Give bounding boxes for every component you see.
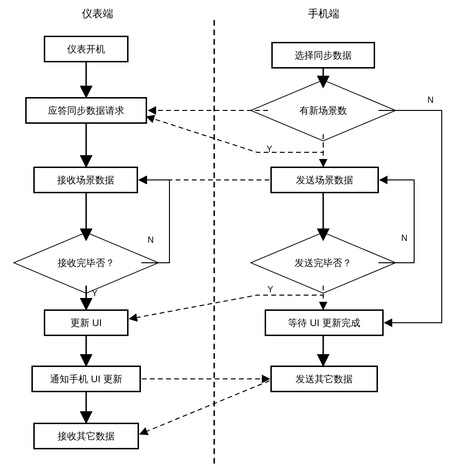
right-box-send-scene: 发送场景数据 (270, 167, 379, 193)
left-diamond-receive-done: 接收完毕否？ (34, 211, 138, 315)
right-diamond-send-done-label: 发送完毕否？ (271, 211, 375, 315)
label-right-d2-yes: Y (268, 285, 273, 295)
label-right-d2-no: N (401, 233, 407, 243)
left-box-respond-sync: 应答同步数据请求 (25, 97, 147, 124)
label-left-d1-yes: Y (92, 288, 98, 298)
left-box-receive-other: 接收其它数据 (33, 423, 139, 449)
right-box-wait-ui: 等待 UI 更新完成 (265, 309, 384, 336)
left-box-receive-scene: 接收场景数据 (33, 167, 138, 193)
label-right-d1-no: N (427, 95, 434, 105)
header-right: 手机端 (290, 7, 357, 21)
right-box-send-other: 发送其它数据 (270, 366, 378, 392)
left-box-notify-phone: 通知手机 UI 更新 (31, 366, 141, 392)
left-box-update-ui: 更新 UI (44, 309, 129, 336)
label-right-d1-yes: Y (267, 144, 272, 154)
header-left: 仪表端 (64, 7, 131, 21)
label-left-d1-no: N (148, 235, 154, 245)
right-diamond-new-scene-label: 有新场景数 (271, 59, 375, 162)
left-box-start: 仪表开机 (44, 36, 129, 62)
left-diamond-receive-done-label: 接收完毕否？ (34, 211, 138, 315)
svg-line-15 (140, 381, 269, 434)
right-diamond-new-scene: 有新场景数 (271, 59, 375, 162)
right-diamond-send-done: 发送完毕否？ (271, 211, 375, 315)
